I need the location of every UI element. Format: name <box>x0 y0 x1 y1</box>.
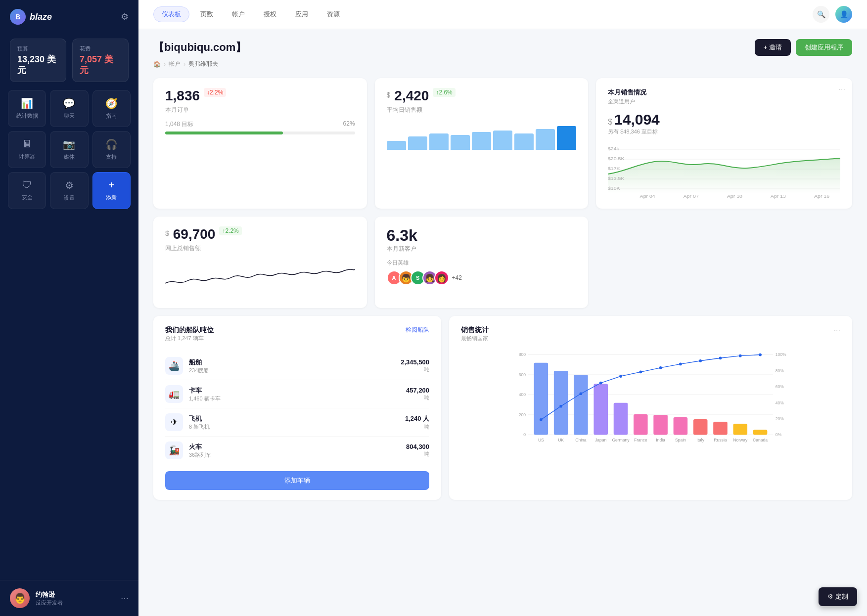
progress-section: 1,048 目标 62% <box>165 120 355 134</box>
fleet-item-info: 飞机 8 架飞机 <box>189 414 399 431</box>
card-menu-icon[interactable]: ··· <box>839 85 845 94</box>
mini-bar-5 <box>493 131 512 150</box>
fleet-item: 🚛 卡车 1,460 辆卡车 457,200 吨 <box>165 380 429 408</box>
media-label: 媒体 <box>64 153 75 161</box>
search-button[interactable]: 🔍 <box>813 6 829 23</box>
svg-text:0: 0 <box>523 432 526 437</box>
svg-point-62 <box>679 363 682 366</box>
fleet-title: 我们的船队吨位 <box>165 326 214 335</box>
svg-text:India: India <box>656 438 665 442</box>
sidebar-item-support[interactable]: 🎧 支持 <box>92 131 131 168</box>
fleet-item: ✈ 飞机 8 架飞机 1,240 人 吨 <box>165 408 429 437</box>
svg-text:Apr 04: Apr 04 <box>640 194 656 199</box>
monthly-amount: 14,094 <box>614 111 660 128</box>
total-sales-card: $ 69,700 ↑2.2% 网上总销售额 <box>153 217 367 308</box>
total-change: ↑2.2% <box>219 226 241 235</box>
chat-icon: 💬 <box>63 97 75 109</box>
fleet-link[interactable]: 检阅船队 <box>406 326 429 334</box>
svg-text:800: 800 <box>519 352 526 357</box>
tab-account[interactable]: 帐户 <box>224 6 253 22</box>
support-icon: 🎧 <box>105 138 118 150</box>
heroes-label: 今日英雄 <box>387 259 577 266</box>
fleet-item-icon: 🚢 <box>165 357 183 375</box>
svg-point-61 <box>659 366 662 369</box>
fleet-item-info: 火车 36路列车 <box>189 442 400 459</box>
sidebar-item-add[interactable]: + 添新 <box>92 172 131 209</box>
fleet-item-val: 2,345,500 吨 <box>401 358 429 373</box>
mini-bar-0 <box>387 141 406 150</box>
add-icon: + <box>108 179 114 191</box>
svg-point-55 <box>540 418 543 421</box>
progress-pct: 62% <box>343 120 355 129</box>
settings-icon[interactable]: ⚙ <box>121 11 129 22</box>
sidebar-item-settings[interactable]: ⚙ 设置 <box>50 172 88 209</box>
mini-bar-6 <box>514 133 534 150</box>
sidebar-item-security[interactable]: 🛡 安全 <box>8 172 46 209</box>
add-label: 添新 <box>106 194 117 201</box>
svg-text:Apr 16: Apr 16 <box>814 194 830 199</box>
sidebar-footer: 👨 约翰逊 反应开发者 ⋯ <box>0 580 138 616</box>
top-nav-right: 🔍 👤 <box>813 6 852 23</box>
user-info: 约翰逊 反应开发者 <box>36 590 115 607</box>
svg-rect-41 <box>634 414 648 435</box>
sales-menu-icon[interactable]: ··· <box>834 326 840 335</box>
tab-resources[interactable]: 资源 <box>319 6 348 22</box>
svg-rect-45 <box>674 417 688 435</box>
sidebar-item-media[interactable]: 📷 媒体 <box>50 131 88 168</box>
breadcrumb-home: 🏠 <box>153 61 161 68</box>
svg-point-56 <box>559 405 562 408</box>
page-actions: + 邀请 创建应用程序 <box>755 39 852 56</box>
new-cust-value: 6.3k <box>387 226 577 245</box>
tab-pages[interactable]: 页数 <box>192 6 221 22</box>
page-title: 【biqubiqu.com】 <box>153 40 246 55</box>
fleet-item-val: 804,300 吨 <box>406 443 429 458</box>
chat-label: 聊天 <box>64 112 75 120</box>
svg-point-65 <box>739 354 742 357</box>
fleet-subtitle: 总计 1,247 辆车 <box>165 335 214 342</box>
tab-apps[interactable]: 应用 <box>287 6 316 22</box>
support-label: 支持 <box>106 153 117 161</box>
expense-amount: 7,057 美元 <box>80 54 121 76</box>
sidebar-item-guide[interactable]: 🧭 指南 <box>92 90 131 127</box>
nav-tabs: 仪表板页数帐户授权应用资源 <box>153 6 348 22</box>
sidebar-item-calculator[interactable]: 🖩 计算器 <box>8 131 46 168</box>
svg-text:Germany: Germany <box>612 438 630 442</box>
svg-text:Spain: Spain <box>675 438 686 442</box>
svg-text:$17K: $17K <box>608 166 620 171</box>
fleet-item-info: 船舶 234艘船 <box>189 358 395 374</box>
sidebar-item-chat[interactable]: 💬 聊天 <box>50 90 88 127</box>
fleet-item-val: 1,240 人 吨 <box>405 414 429 431</box>
invite-button[interactable]: + 邀请 <box>755 39 791 56</box>
avatars-row: A 👦 S 👧 👩 +42 <box>387 270 577 285</box>
tab-auth[interactable]: 授权 <box>256 6 284 22</box>
new-cust-label: 本月新客户 <box>387 245 577 253</box>
monthly-currency: $ <box>608 118 612 127</box>
user-role: 反应开发者 <box>36 599 115 607</box>
sidebar-item-stats[interactable]: 📊 统计数据 <box>8 90 46 127</box>
user-avatar-btn[interactable]: 👤 <box>835 6 852 23</box>
orders-change: ↓2.2% <box>204 88 226 97</box>
svg-text:Apr 13: Apr 13 <box>771 194 786 199</box>
security-label: 安全 <box>22 194 33 201</box>
hero-avatar-5: 👩 <box>434 270 449 285</box>
logo-area: B blaze <box>10 9 52 25</box>
mini-bar-4 <box>472 132 491 150</box>
fleet-item: 🚂 火车 36路列车 804,300 吨 <box>165 437 429 464</box>
svg-text:200: 200 <box>519 412 526 417</box>
breadcrumb: 🏠 › 帐户 › 奥弗维耶夫 <box>153 60 852 68</box>
mini-bar-3 <box>451 135 470 150</box>
wavy-chart <box>165 259 355 298</box>
create-button[interactable]: 创建应用程序 <box>796 39 852 56</box>
add-vehicle-button[interactable]: 添加车辆 <box>165 471 429 490</box>
tab-dashboard[interactable]: 仪表板 <box>153 6 189 22</box>
mini-bar-2 <box>429 133 449 150</box>
guide-label: 指南 <box>106 112 117 120</box>
user-more-icon[interactable]: ⋯ <box>121 594 129 603</box>
stats-label: 统计数据 <box>16 112 38 120</box>
svg-text:Canada: Canada <box>753 438 768 442</box>
customize-button[interactable]: ⚙ 定制 <box>819 587 857 606</box>
security-icon: 🛡 <box>22 179 32 191</box>
fleet-item-info: 卡车 1,460 辆卡车 <box>189 386 400 402</box>
svg-rect-47 <box>693 419 708 435</box>
svg-point-59 <box>619 375 622 378</box>
